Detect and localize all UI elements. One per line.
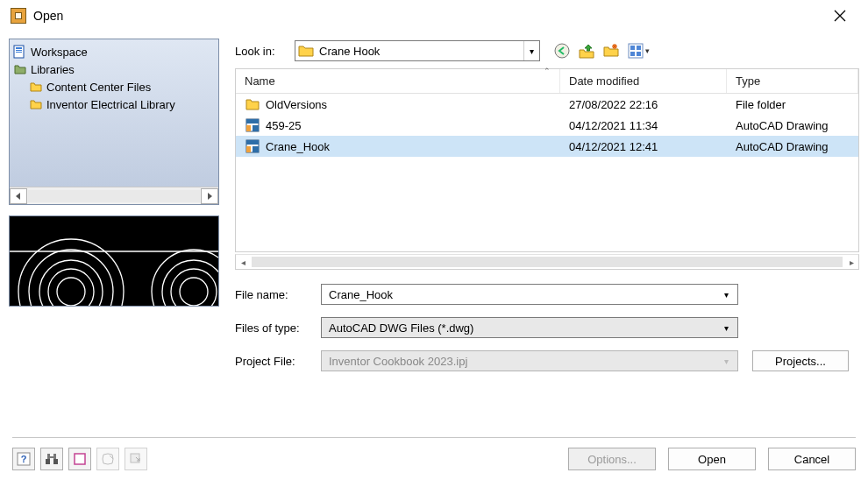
- file-row[interactable]: 459-2504/12/2021 11:34AutoCAD Drawing: [236, 115, 858, 136]
- tree-item-label: Workspace: [31, 46, 88, 59]
- svg-rect-36: [53, 459, 58, 464]
- lookin-value: Crane Hook: [319, 45, 523, 58]
- cancel-button[interactable]: Cancel: [768, 448, 856, 470]
- file-type: AutoCAD Drawing: [736, 119, 829, 132]
- scroll-left-button[interactable]: ◂: [236, 255, 250, 269]
- close-button[interactable]: [822, 3, 857, 29]
- tree-hscrollbar[interactable]: [10, 187, 218, 204]
- svg-rect-22: [637, 46, 641, 50]
- svg-rect-37: [47, 454, 50, 459]
- dependency-icon: [101, 452, 115, 466]
- svg-rect-2: [16, 50, 22, 51]
- tree-item-label: Inventor Electrical Library: [46, 98, 175, 111]
- svg-text:?: ?: [21, 454, 27, 464]
- svg-rect-3: [16, 52, 22, 53]
- filetype-label: Files of type:: [235, 321, 314, 335]
- projectfile-label: Project File:: [235, 355, 314, 368]
- bottom-toolbar: ? Options... Open Cancel: [0, 438, 868, 480]
- svg-rect-1: [16, 47, 22, 49]
- file-list[interactable]: Name Date modified Type OldVersions27/08…: [235, 68, 859, 252]
- svg-rect-40: [75, 454, 85, 464]
- folder-icon: [245, 96, 260, 112]
- lookin-combo[interactable]: Crane Hook ▾: [295, 40, 540, 61]
- back-button[interactable]: [552, 41, 572, 60]
- grid-arrow-icon: [129, 452, 143, 466]
- filename-label: File name:: [235, 288, 314, 301]
- svg-point-15: [555, 44, 569, 58]
- file-type: File folder: [736, 98, 786, 111]
- options-button[interactable]: Options...: [568, 448, 656, 470]
- up-button[interactable]: [577, 41, 596, 60]
- imate-button[interactable]: [96, 448, 119, 470]
- new-folder-icon: [603, 43, 619, 59]
- app-icon: [11, 8, 26, 24]
- tree-item-inventor-electrical[interactable]: Inventor Electrical Library: [13, 95, 215, 113]
- tree-item-workspace[interactable]: Workspace: [13, 43, 215, 60]
- file-name: 459-25: [266, 119, 301, 132]
- file-date: 27/08/2022 22:16: [569, 98, 658, 111]
- new-folder-button[interactable]: [601, 41, 621, 60]
- projectfile-field: Inventor Cookbook 2023.ipj ▾: [321, 350, 738, 371]
- svg-rect-27: [246, 125, 251, 131]
- view-menu-button[interactable]: ▾: [626, 41, 656, 60]
- file-type: AutoCAD Drawing: [736, 140, 829, 153]
- scroll-right-button[interactable]: [201, 188, 218, 204]
- svg-rect-39: [50, 456, 53, 458]
- lookin-toolbar: ▾: [552, 41, 656, 60]
- projectfile-value: Inventor Cookbook 2023.ipj: [329, 355, 718, 368]
- filetype-field[interactable]: AutoCAD DWG Files (*.dwg) ▾: [321, 317, 738, 338]
- up-icon: [579, 43, 594, 59]
- file-pane: Look in: Crane Hook ▾: [235, 39, 859, 428]
- folder-icon: [29, 97, 43, 111]
- preview-thumbnail: [9, 215, 219, 307]
- places-tree[interactable]: Workspace Libraries Content Center Fi: [9, 39, 219, 205]
- help-button[interactable]: ?: [12, 448, 35, 470]
- svg-rect-32: [253, 146, 259, 152]
- view-icon: [628, 43, 644, 59]
- workspace-icon: [13, 45, 27, 59]
- column-type[interactable]: Type: [727, 69, 858, 93]
- projects-button[interactable]: Projects...: [752, 350, 849, 371]
- chevron-down-icon: ▾: [718, 351, 734, 371]
- file-name: Crane_Hook: [266, 140, 330, 153]
- file-date: 04/12/2021 11:34: [569, 119, 658, 132]
- folder-icon: [29, 80, 43, 94]
- filelist-hscrollbar[interactable]: ◂ ▸: [235, 254, 859, 270]
- open-dialog: Open Workspace: [0, 0, 868, 480]
- file-name: OldVersions: [266, 98, 327, 111]
- lookin-label: Look in:: [235, 45, 288, 58]
- view-mode-button[interactable]: [68, 448, 91, 470]
- help-icon: ?: [17, 452, 31, 466]
- tree-item-libraries[interactable]: Libraries: [13, 60, 215, 78]
- find-button[interactable]: [40, 448, 63, 470]
- file-list-header: Name Date modified Type: [236, 69, 858, 94]
- back-icon: [554, 43, 570, 59]
- column-name[interactable]: Name: [236, 69, 560, 93]
- svg-rect-23: [630, 52, 635, 56]
- scroll-right-button[interactable]: ▸: [844, 255, 858, 269]
- tree-item-content-center[interactable]: Content Center Files: [13, 78, 215, 95]
- svg-rect-30: [246, 140, 259, 145]
- titlebar: Open: [0, 0, 868, 32]
- folder-icon: [298, 45, 314, 57]
- binoculars-icon: [45, 452, 59, 466]
- settings-button[interactable]: [125, 448, 147, 470]
- open-button[interactable]: Open: [668, 448, 756, 470]
- left-pane: Workspace Libraries Content Center Fi: [9, 39, 219, 428]
- file-row[interactable]: Crane_Hook04/12/2021 12:41AutoCAD Drawin…: [236, 136, 858, 157]
- scroll-left-button[interactable]: [10, 188, 27, 204]
- window-title: Open: [33, 9, 63, 23]
- column-date-modified[interactable]: Date modified: [560, 69, 727, 93]
- preview-drawing-icon: [10, 216, 219, 307]
- svg-rect-35: [46, 459, 50, 464]
- libraries-icon: [13, 62, 27, 76]
- filename-value: Crane_Hook: [329, 288, 718, 301]
- filename-field[interactable]: Crane_Hook ▾: [321, 284, 738, 305]
- file-date: 04/12/2021 12:41: [569, 140, 658, 153]
- svg-rect-24: [637, 52, 641, 56]
- file-row[interactable]: OldVersions27/08/2022 22:16File folder: [236, 94, 858, 115]
- chevron-down-icon: ▾: [645, 46, 650, 55]
- chevron-down-icon: ▾: [718, 318, 734, 337]
- svg-rect-21: [630, 46, 635, 50]
- dwg-icon: [245, 117, 260, 133]
